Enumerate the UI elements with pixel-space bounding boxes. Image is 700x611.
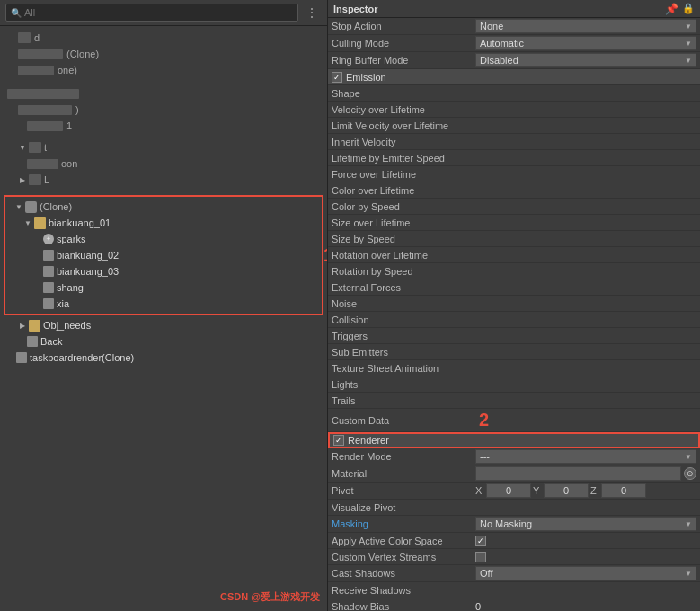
stop-action-row: Stop Action None ▼ bbox=[328, 18, 700, 35]
culling-mode-dropdown[interactable]: Automatic ▼ bbox=[475, 36, 696, 50]
tree-label: (Clone) bbox=[40, 201, 72, 212]
masking-value: No Masking bbox=[480, 518, 532, 529]
tree-label: one) bbox=[58, 65, 77, 75]
tree-arrow: ▶ bbox=[18, 175, 27, 184]
custom-vertex-streams-label: Custom Vertex Streams bbox=[332, 552, 436, 562]
search-input[interactable] bbox=[24, 7, 293, 18]
list-item[interactable]: ▼ biankuang_01 bbox=[5, 215, 322, 231]
inherit-velocity-row: Inherit Velocity bbox=[328, 134, 700, 150]
stop-action-dropdown[interactable]: None ▼ bbox=[475, 19, 696, 33]
list-item[interactable]: taskboardrender(Clone) bbox=[0, 350, 327, 366]
tree-arrow: ▼ bbox=[23, 218, 32, 227]
list-item[interactable]: ✦ sparks bbox=[5, 231, 322, 247]
tree-label: t bbox=[44, 142, 47, 153]
list-item[interactable]: xia bbox=[5, 296, 322, 312]
custom-vertex-streams-row: Custom Vertex Streams bbox=[328, 549, 700, 565]
chevron-down-icon: ▼ bbox=[685, 40, 692, 48]
color-by-speed-label: Color by Speed bbox=[332, 201, 400, 212]
triggers-label: Triggers bbox=[332, 331, 368, 341]
list-item[interactable]: one) bbox=[0, 62, 327, 78]
blurred-label bbox=[18, 66, 54, 75]
apply-color-space-checkbox[interactable] bbox=[475, 536, 486, 546]
search-box[interactable]: 🔍 bbox=[5, 4, 298, 22]
chevron-down-icon: ▼ bbox=[685, 570, 692, 578]
left-panel-header: 🔍 ⋮ bbox=[0, 0, 327, 26]
tree-label: shang bbox=[57, 282, 84, 293]
list-item[interactable]: biankuang_02 bbox=[5, 247, 322, 263]
custom-data-row: Custom Data 2 bbox=[328, 409, 700, 432]
renderer-checkbox[interactable] bbox=[333, 435, 344, 446]
collision-label: Collision bbox=[332, 314, 369, 325]
pivot-z-input[interactable] bbox=[601, 483, 646, 498]
emission-label: Emission bbox=[346, 72, 386, 83]
culling-mode-label: Culling Mode bbox=[332, 38, 389, 49]
list-item[interactable]: ▼ t bbox=[0, 139, 327, 155]
sub-emitters-label: Sub Emitters bbox=[332, 347, 388, 358]
lock-icon[interactable]: 🔒 bbox=[682, 3, 695, 14]
list-item[interactable]: (Clone) bbox=[0, 46, 327, 62]
custom-data-label: Custom Data bbox=[332, 415, 389, 426]
inherit-velocity-label: Inherit Velocity bbox=[332, 137, 396, 147]
masking-label: Masking bbox=[332, 518, 368, 529]
material-picker-button[interactable]: ⊙ bbox=[684, 467, 696, 480]
stop-action-label: Stop Action bbox=[332, 21, 382, 31]
tree-label: L bbox=[44, 174, 49, 185]
particles-icon: ✦ bbox=[43, 234, 54, 244]
emission-section[interactable]: Emission bbox=[328, 69, 700, 85]
custom-vertex-streams-checkbox[interactable] bbox=[475, 552, 486, 562]
force-over-lifetime-label: Force over Lifetime bbox=[332, 169, 416, 180]
pin-icon[interactable]: 📌 bbox=[665, 3, 678, 15]
right-panel: Inspector 📌 🔒 Stop Action None ▼ Culling… bbox=[328, 0, 700, 611]
tree-label: d bbox=[34, 32, 40, 43]
visualize-pivot-row: Visualize Pivot bbox=[328, 500, 700, 516]
cast-shadows-dropdown[interactable]: Off ▼ bbox=[475, 566, 696, 580]
tree-label: sparks bbox=[57, 234, 85, 244]
tree-arrow bbox=[34, 283, 41, 292]
list-item[interactable]: d bbox=[0, 30, 327, 46]
velocity-over-lifetime-row: Velocity over Lifetime bbox=[328, 102, 700, 118]
material-field[interactable] bbox=[475, 466, 681, 481]
list-item[interactable]: oon bbox=[0, 155, 327, 172]
shadow-bias-row: Shadow Bias 0 bbox=[328, 598, 700, 611]
gameobj-icon bbox=[43, 298, 54, 309]
trails-row: Trails bbox=[328, 393, 700, 409]
blurred-label bbox=[18, 49, 63, 59]
tree-label: biankuang_03 bbox=[57, 266, 119, 277]
list-item[interactable]: ▶ Obj_needs bbox=[0, 317, 327, 333]
list-item[interactable]: ▶ L bbox=[0, 172, 327, 188]
render-mode-dropdown[interactable]: --- ▼ bbox=[475, 449, 696, 464]
list-item[interactable]: ▼ (Clone) bbox=[5, 199, 322, 215]
tree-label: taskboardrender(Clone) bbox=[30, 352, 134, 363]
gameobj-icon bbox=[43, 282, 54, 293]
panel-menu-button[interactable]: ⋮ bbox=[302, 5, 322, 20]
tree-arrow bbox=[7, 353, 14, 362]
chevron-down-icon: ▼ bbox=[685, 57, 692, 65]
ring-buffer-mode-dropdown[interactable]: Disabled ▼ bbox=[475, 53, 696, 67]
y-label: Y bbox=[533, 485, 542, 496]
limit-velocity-label: Limit Velocity over Lifetime bbox=[332, 120, 448, 131]
list-item[interactable]: ) bbox=[0, 102, 327, 118]
folder-icon bbox=[25, 201, 37, 213]
list-item[interactable]: 1 bbox=[0, 118, 327, 134]
rotation-by-speed-row: Rotation by Speed bbox=[328, 263, 700, 279]
blurred-label bbox=[18, 105, 72, 115]
pivot-x-input[interactable] bbox=[486, 483, 531, 498]
chevron-down-icon: ▼ bbox=[685, 22, 692, 31]
masking-dropdown[interactable]: No Masking ▼ bbox=[475, 517, 696, 531]
trails-label: Trails bbox=[332, 395, 355, 406]
lifetime-by-emitter-row: Lifetime by Emitter Speed bbox=[328, 150, 700, 166]
tree-label: 1 bbox=[66, 120, 72, 131]
list-item[interactable]: biankuang_03 bbox=[5, 263, 322, 279]
list-item[interactable] bbox=[0, 85, 327, 102]
renderer-section[interactable]: Renderer bbox=[328, 432, 700, 448]
emission-checkbox[interactable] bbox=[332, 72, 342, 83]
tree-arrow bbox=[34, 235, 41, 244]
size-by-speed-label: Size by Speed bbox=[332, 234, 395, 244]
culling-mode-row: Culling Mode Automatic ▼ bbox=[328, 35, 700, 52]
size-over-lifetime-row: Size over Lifetime bbox=[328, 215, 700, 231]
tree-label: xia bbox=[57, 298, 69, 309]
pivot-y-input[interactable] bbox=[544, 483, 589, 498]
list-item[interactable]: shang bbox=[5, 279, 322, 296]
list-item[interactable]: Back bbox=[0, 333, 327, 350]
tree-arrow bbox=[34, 251, 41, 260]
